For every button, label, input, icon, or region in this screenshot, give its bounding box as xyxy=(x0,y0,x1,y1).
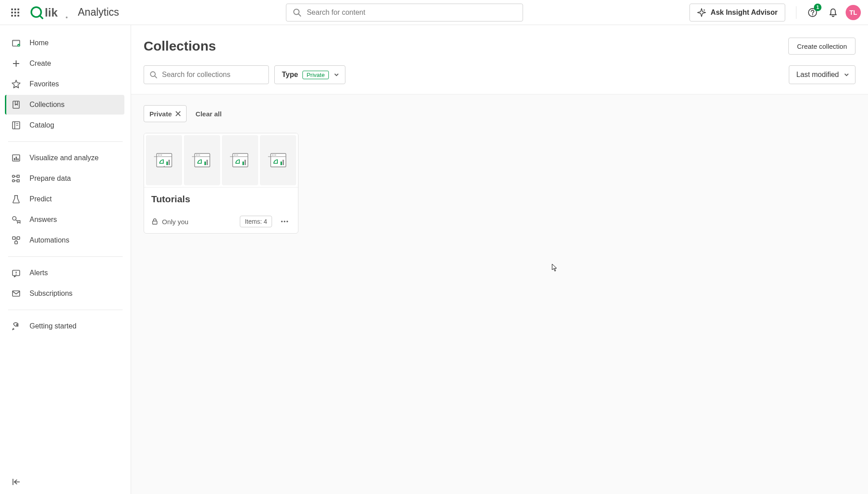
close-icon[interactable] xyxy=(175,111,181,116)
svg-point-86 xyxy=(284,221,285,222)
create-collection-button[interactable]: Create collection xyxy=(788,38,855,55)
svg-rect-7 xyxy=(14,15,16,17)
sidebar-item-home[interactable]: Home xyxy=(5,33,124,53)
global-search-wrap xyxy=(126,4,682,21)
sidebar-item-label: Subscriptions xyxy=(30,290,72,298)
sidebar-item-predict[interactable]: Predict xyxy=(5,189,124,209)
svg-point-38 xyxy=(13,217,16,220)
svg-point-73 xyxy=(235,155,236,156)
brand-logo[interactable]: lik Analytics xyxy=(30,6,119,19)
sidebar-item-label: Favorites xyxy=(30,80,59,88)
more-horizontal-icon xyxy=(280,217,289,226)
sidebar-item-label: Automations xyxy=(30,236,69,244)
svg-rect-82 xyxy=(281,162,282,165)
sidebar-separator xyxy=(8,141,123,142)
svg-rect-30 xyxy=(17,158,19,160)
user-avatar[interactable]: TL xyxy=(846,5,861,20)
svg-rect-41 xyxy=(15,241,17,244)
ask-insight-advisor-button[interactable]: Ask Insight Advisor xyxy=(689,4,785,21)
sidebar-item-favorites[interactable]: Favorites xyxy=(5,74,124,94)
body: Home Create Favorites Collections Catalo… xyxy=(0,25,868,494)
qlik-logo-icon: lik xyxy=(30,6,68,19)
sidebar-item-visualize[interactable]: Visualize and analyze xyxy=(5,148,124,168)
collections-search[interactable] xyxy=(144,65,269,84)
svg-point-81 xyxy=(275,155,276,156)
app-thumbnail-icon xyxy=(192,150,213,170)
thumbnail xyxy=(260,135,296,185)
help-button[interactable]: 1 xyxy=(804,4,821,21)
items-count-pill: Items: 4 xyxy=(240,216,272,227)
svg-rect-18 xyxy=(13,40,20,42)
card-footer: Only you Items: 4 xyxy=(151,215,291,228)
sidebar-item-label: Answers xyxy=(30,216,57,224)
app-launcher-button[interactable] xyxy=(7,4,23,21)
sidebar-item-label: Home xyxy=(30,39,49,47)
collections-search-input[interactable] xyxy=(162,71,263,79)
sort-label: Last modified xyxy=(796,71,839,79)
svg-rect-29 xyxy=(16,157,17,160)
notifications-button[interactable] xyxy=(825,4,841,21)
sidebar-item-alerts[interactable]: Alerts xyxy=(5,263,124,283)
card-footer-right: Items: 4 xyxy=(240,215,291,228)
svg-point-13 xyxy=(294,9,299,14)
svg-point-31 xyxy=(13,175,15,178)
search-icon xyxy=(149,71,157,79)
svg-rect-76 xyxy=(244,160,246,165)
collection-card[interactable]: Tutorials Only you Items: 4 xyxy=(144,133,298,234)
home-icon xyxy=(11,38,21,48)
sort-button[interactable]: Last modified xyxy=(789,65,855,84)
automation-icon xyxy=(11,235,21,246)
sidebar-item-answers[interactable]: Answers xyxy=(5,210,124,230)
sidebar-item-catalog[interactable]: Catalog xyxy=(5,115,124,135)
sidebar-item-label: Create xyxy=(30,60,51,68)
divider xyxy=(796,6,796,19)
insight-label: Ask Insight Advisor xyxy=(711,9,778,17)
chart-icon xyxy=(11,153,21,163)
visibility-label: Only you xyxy=(162,218,188,226)
global-search[interactable] xyxy=(286,4,523,21)
sidebar-item-automations[interactable]: Automations xyxy=(5,230,124,250)
svg-rect-32 xyxy=(17,175,19,178)
sidebar-item-create[interactable]: Create xyxy=(5,54,124,73)
svg-point-59 xyxy=(161,155,162,156)
card-more-button[interactable] xyxy=(278,215,291,228)
svg-point-80 xyxy=(273,155,274,156)
svg-text:lik: lik xyxy=(45,6,58,19)
svg-point-57 xyxy=(158,155,159,156)
sidebar-item-label: Alerts xyxy=(30,269,48,277)
sidebar-item-label: Catalog xyxy=(30,121,54,129)
svg-rect-62 xyxy=(168,160,170,165)
svg-point-72 xyxy=(234,155,235,156)
flask-icon xyxy=(11,194,21,204)
svg-rect-69 xyxy=(206,160,208,165)
sidebar-item-getting-started[interactable]: Getting started xyxy=(5,316,124,336)
svg-point-66 xyxy=(197,155,198,156)
app-title: Analytics xyxy=(78,6,119,18)
alert-icon xyxy=(11,268,21,278)
help-badge: 1 xyxy=(814,4,821,11)
main: Collections Create collection Type Priva… xyxy=(131,25,868,494)
filter-chip-private[interactable]: Private xyxy=(144,105,187,122)
type-value-tag: Private xyxy=(302,71,328,79)
svg-point-16 xyxy=(812,14,813,15)
main-header: Collections Create collection Type Priva… xyxy=(131,25,868,94)
svg-point-79 xyxy=(272,155,273,156)
svg-point-12 xyxy=(66,17,68,18)
sidebar-item-collections[interactable]: Collections xyxy=(5,95,124,115)
app-thumbnail-icon xyxy=(230,150,251,170)
content-area: Private Clear all Tutorials xyxy=(131,94,868,494)
sidebar-item-prepare-data[interactable]: Prepare data xyxy=(5,169,124,188)
svg-rect-4 xyxy=(14,12,16,13)
sidebar-collapse-button[interactable] xyxy=(5,470,124,490)
plus-icon xyxy=(11,58,21,69)
global-search-input[interactable] xyxy=(307,9,516,17)
sidebar-item-label: Predict xyxy=(30,195,52,203)
svg-point-51 xyxy=(150,72,155,77)
sidebar-item-subscriptions[interactable]: Subscriptions xyxy=(5,284,124,303)
thumbnail xyxy=(184,135,220,185)
type-filter-button[interactable]: Type Private xyxy=(274,65,345,84)
answers-icon xyxy=(11,214,21,225)
data-flow-icon xyxy=(11,173,21,184)
clear-all-button[interactable]: Clear all xyxy=(196,110,221,118)
card-visibility: Only you xyxy=(151,218,188,226)
